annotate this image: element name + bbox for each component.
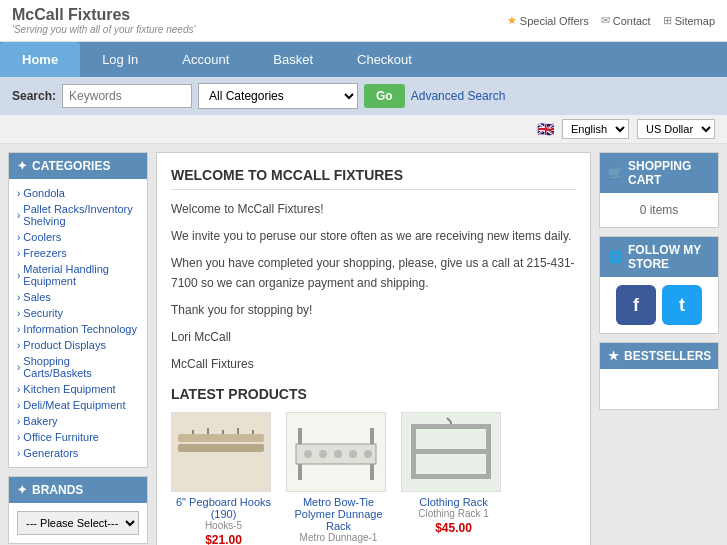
brands-select[interactable]: --- Please Select--- — [17, 511, 139, 535]
categories-title: CATEGORIES — [32, 159, 110, 173]
category-gondola[interactable]: ›Gondola — [9, 185, 147, 201]
arrow-icon: › — [17, 324, 20, 335]
tab-account[interactable]: Account — [160, 42, 251, 77]
logo-area: McCall Fixtures 'Serving you with all of… — [12, 6, 195, 35]
svg-line-23 — [447, 418, 451, 422]
language-select[interactable]: English — [562, 119, 629, 139]
brands-title: BRANDS — [32, 483, 83, 497]
left-sidebar: ✦ CATEGORIES ›Gondola ›Pallet Racks/Inve… — [8, 152, 148, 545]
search-input[interactable] — [62, 84, 192, 108]
clothing-svg — [403, 414, 499, 490]
right-sidebar: 🛒 SHOPPING CART 0 items 🌐 FOLLOW MY STOR… — [599, 152, 719, 545]
sitemap-icon: ⊞ — [663, 14, 672, 27]
facebook-button[interactable]: f — [616, 285, 656, 325]
product-name-metro[interactable]: Metro Bow-Tie Polymer Dunnage Rack — [286, 496, 391, 532]
product-sub-pegboard: Hooks-5 — [171, 520, 276, 531]
category-security[interactable]: ›Security — [9, 305, 147, 321]
category-material[interactable]: ›Material Handling Equipment — [9, 261, 147, 289]
product-card-pegboard: 6" Pegboard Hooks (190) Hooks-5 $21.00 — [171, 412, 276, 545]
category-pallet[interactable]: ›Pallet Racks/Inventory Shelving — [9, 201, 147, 229]
svg-rect-13 — [298, 464, 302, 480]
tab-basket[interactable]: Basket — [251, 42, 335, 77]
products-grid: 6" Pegboard Hooks (190) Hooks-5 $21.00 — [171, 412, 576, 545]
bestsellers-icon: ★ — [608, 349, 619, 363]
product-name-clothing[interactable]: Clothing Rack — [401, 496, 506, 508]
cart-header: 🛒 SHOPPING CART — [600, 153, 718, 193]
bestsellers-header: ★ BESTSELLERS — [600, 343, 718, 369]
tab-login[interactable]: Log In — [80, 42, 160, 77]
arrow-icon: › — [17, 448, 20, 459]
top-links: ★ Special Offers ✉ Contact ⊞ Sitemap — [507, 14, 715, 27]
category-coolers[interactable]: ›Coolers — [9, 229, 147, 245]
category-generators[interactable]: ›Generators — [9, 445, 147, 461]
sitemap-label: Sitemap — [675, 15, 715, 27]
welcome-sig2: McCall Fixtures — [171, 355, 576, 374]
cart-content: 0 items — [600, 193, 718, 227]
product-name-pegboard[interactable]: 6" Pegboard Hooks (190) — [171, 496, 276, 520]
cart-items-count: 0 items — [640, 203, 679, 217]
cart-section: 🛒 SHOPPING CART 0 items — [599, 152, 719, 228]
bestsellers-section: ★ BESTSELLERS — [599, 342, 719, 410]
main-layout: ✦ CATEGORIES ›Gondola ›Pallet Racks/Inve… — [0, 144, 727, 545]
cart-title: SHOPPING CART — [628, 159, 710, 187]
category-freezers[interactable]: ›Freezers — [9, 245, 147, 261]
product-sub-metro: Metro Dunnage-1 — [286, 532, 391, 543]
category-deli[interactable]: ›Deli/Meat Equipment — [9, 397, 147, 413]
arrow-icon: › — [17, 232, 20, 243]
follow-title: FOLLOW MY STORE — [628, 243, 710, 271]
svg-rect-16 — [370, 428, 374, 444]
product-card-metro: Metro Bow-Tie Polymer Dunnage Rack Metro… — [286, 412, 391, 545]
welcome-para1: Welcome to McCall Fixtures! — [171, 200, 576, 219]
contact-link[interactable]: ✉ Contact — [601, 14, 651, 27]
follow-icon: 🌐 — [608, 250, 623, 264]
category-office[interactable]: ›Office Furniture — [9, 429, 147, 445]
bestsellers-content — [600, 369, 718, 409]
category-bakery[interactable]: ›Bakery — [9, 413, 147, 429]
latest-products-title: LATEST PRODUCTS — [171, 386, 576, 402]
brands-content: --- Please Select--- — [9, 503, 147, 543]
arrow-icon: › — [17, 188, 20, 199]
advanced-search-link[interactable]: Advanced Search — [411, 89, 506, 103]
arrow-icon: › — [17, 384, 20, 395]
product-card-clothing: Clothing Rack Clothing Rack 1 $45.00 — [401, 412, 506, 545]
arrow-icon: › — [17, 248, 20, 259]
categories-list: ›Gondola ›Pallet Racks/Inventory Shelvin… — [9, 179, 147, 467]
nav-bar: Home Log In Account Basket Checkout — [0, 42, 727, 77]
tab-home[interactable]: Home — [0, 42, 80, 77]
product-sub-clothing: Clothing Rack 1 — [401, 508, 506, 519]
svg-point-8 — [304, 450, 312, 458]
welcome-para3: When you have completed your shopping, p… — [171, 254, 576, 292]
bestsellers-title: BESTSELLERS — [624, 349, 711, 363]
category-select[interactable]: All Categories — [198, 83, 358, 109]
mail-icon: ✉ — [601, 14, 610, 27]
special-offers-label: Special Offers — [520, 15, 589, 27]
category-it[interactable]: ›Information Technology — [9, 321, 147, 337]
category-kitchen[interactable]: ›Kitchen Equipment — [9, 381, 147, 397]
categories-icon: ✦ — [17, 159, 27, 173]
search-label: Search: — [12, 89, 56, 103]
product-image-pegboard — [171, 412, 271, 492]
category-displays[interactable]: ›Product Displays — [9, 337, 147, 353]
go-button[interactable]: Go — [364, 84, 405, 108]
brands-section: ✦ BRANDS --- Please Select--- — [8, 476, 148, 544]
logo-tagline: 'Serving you with all of your fixture ne… — [12, 24, 195, 35]
tab-checkout[interactable]: Checkout — [335, 42, 434, 77]
currency-select[interactable]: US Dollar — [637, 119, 715, 139]
arrow-icon: › — [17, 340, 20, 351]
svg-rect-17 — [411, 424, 491, 429]
contact-label: Contact — [613, 15, 651, 27]
arrow-icon: › — [17, 400, 20, 411]
arrow-icon: › — [17, 416, 20, 427]
cart-icon: 🛒 — [608, 166, 623, 180]
svg-point-12 — [364, 450, 372, 458]
svg-point-11 — [349, 450, 357, 458]
welcome-section: WELCOME TO MCCALL FIXTURES Welcome to Mc… — [156, 152, 591, 545]
category-carts[interactable]: ›Shopping Carts/Baskets — [9, 353, 147, 381]
arrow-icon: › — [17, 292, 20, 303]
sitemap-link[interactable]: ⊞ Sitemap — [663, 14, 715, 27]
svg-rect-18 — [411, 474, 491, 479]
twitter-button[interactable]: t — [662, 285, 702, 325]
special-offers-link[interactable]: ★ Special Offers — [507, 14, 589, 27]
brands-icon: ✦ — [17, 483, 27, 497]
category-sales[interactable]: ›Sales — [9, 289, 147, 305]
